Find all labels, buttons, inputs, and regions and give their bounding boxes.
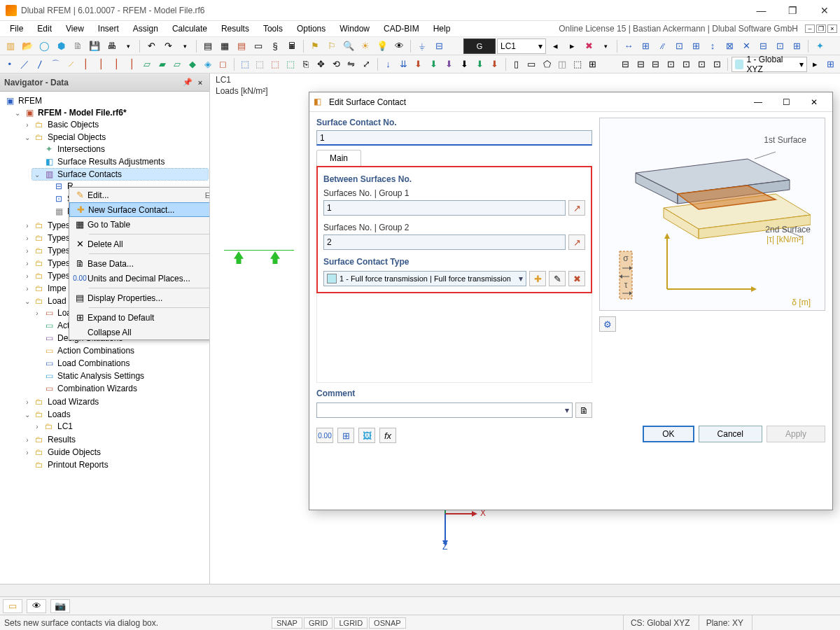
open-icon[interactable]: 📂	[20, 38, 35, 54]
ctx-new-surface-contact[interactable]: ✚New Surface Contact...	[69, 202, 209, 217]
tree-basic-objects[interactable]: Basic Objects	[48, 120, 99, 130]
tab-main[interactable]: Main	[316, 150, 361, 166]
hinge-icon[interactable]: ⊟	[431, 38, 447, 54]
v5-icon[interactable]: ⬚	[570, 57, 584, 72]
units-button[interactable]: 0.00	[316, 428, 333, 443]
expand-icon[interactable]: ›	[24, 222, 31, 230]
dim4-icon[interactable]: ⊡	[671, 38, 687, 54]
pick-surface-icon[interactable]: ↗	[568, 234, 585, 250]
dialog-minimize-button[interactable]: ―	[744, 93, 772, 111]
grid-toggle[interactable]: GRID	[304, 617, 333, 629]
lib-type-icon[interactable]: ✖	[568, 271, 585, 286]
move-icon[interactable]: ✥	[314, 57, 328, 72]
lc-next-icon[interactable]: ▸	[564, 38, 580, 54]
sc-no-input[interactable]	[316, 130, 592, 146]
ld6-icon[interactable]: ⬇	[457, 57, 471, 72]
tab-view-icon[interactable]: ▭	[3, 599, 22, 613]
rot-icon[interactable]: ⟲	[329, 57, 343, 72]
comment-lib-icon[interactable]: 🗎	[575, 402, 592, 418]
dim3-icon[interactable]: ⫽	[654, 38, 670, 54]
menu-help[interactable]: Help	[426, 22, 458, 36]
hscroll-stub[interactable]	[0, 584, 840, 596]
save-icon[interactable]: 💾	[87, 38, 102, 54]
surf2-icon[interactable]: ▰	[155, 57, 169, 72]
node-icon[interactable]: •	[3, 57, 17, 72]
sel4-icon[interactable]: ⬚	[284, 57, 298, 72]
block-icon[interactable]: ⬢	[53, 38, 69, 54]
dialog-close-button[interactable]: ✕	[800, 93, 828, 111]
calc-icon[interactable]: 🖩	[284, 38, 300, 54]
mem2-icon[interactable]: ⎮	[94, 57, 108, 72]
ld8-icon[interactable]: ⬇	[488, 57, 502, 72]
expand-icon[interactable]: ⌄	[34, 171, 41, 178]
lgrid-toggle[interactable]: LGRID	[334, 617, 368, 629]
menu-insert[interactable]: Insert	[91, 22, 126, 36]
script-icon[interactable]: §	[267, 38, 283, 54]
tree-load-combinations[interactable]: Load Combinations	[57, 358, 130, 368]
filter2-icon[interactable]: ⚐	[324, 38, 340, 54]
tree-types1[interactable]: Types	[48, 220, 70, 230]
ld4-icon[interactable]: ⬇	[427, 57, 441, 72]
v4-icon[interactable]: ◫	[555, 57, 569, 72]
expand-icon[interactable]: ›	[24, 234, 31, 242]
surf4-icon[interactable]: ◆	[186, 57, 200, 72]
scale-icon[interactable]: ⤢	[360, 57, 374, 72]
arc-icon[interactable]: ⟋	[64, 57, 78, 72]
sun-icon[interactable]: ☀	[358, 38, 373, 54]
expand-icon[interactable]: ⌄	[24, 411, 31, 419]
w3-icon[interactable]: ⊟	[649, 57, 663, 72]
expand-icon[interactable]: ›	[24, 398, 31, 406]
nav-close-icon[interactable]: ×	[195, 78, 205, 88]
expand-icon[interactable]: ›	[34, 309, 41, 317]
maximize-button[interactable]: ❐	[777, 0, 808, 21]
w4-icon[interactable]: ⊡	[664, 57, 678, 72]
menu-options[interactable]: Options	[290, 22, 332, 36]
loadcase-dropdown[interactable]: LC1▾	[497, 38, 546, 54]
w6-icon[interactable]: ⊡	[694, 57, 708, 72]
dim10-icon[interactable]: ⊡	[772, 38, 788, 54]
coordsys-dropdown[interactable]: 1 - Global XYZ▾	[732, 57, 807, 72]
ld2-icon[interactable]: ⇊	[396, 57, 410, 72]
lc-flag-drop-icon[interactable]: ▾	[598, 38, 613, 54]
snap-toggle[interactable]: SNAP	[272, 617, 302, 629]
dim7-icon[interactable]: ⊠	[722, 38, 737, 54]
ctx-display-props[interactable]: ▤Display Properties...	[69, 290, 209, 305]
tree-root[interactable]: RFEM	[18, 96, 42, 106]
dialog-maximize-button[interactable]: ☐	[772, 93, 800, 111]
close-button[interactable]: ✕	[808, 0, 840, 21]
dim8-icon[interactable]: ✕	[738, 38, 754, 54]
dim9-icon[interactable]: ⊟	[755, 38, 771, 54]
menu-view[interactable]: View	[59, 22, 91, 36]
menu-calculate[interactable]: Calculate	[165, 22, 214, 36]
open-icon2[interactable]: ◻	[216, 57, 230, 72]
mirr-icon[interactable]: ⇋	[344, 57, 358, 72]
mem1-icon[interactable]: ⎮	[79, 57, 93, 72]
dim5-icon[interactable]: ⊞	[688, 38, 704, 54]
cs-grid-icon[interactable]: ⊞	[823, 57, 837, 72]
table-icon[interactable]: ▤	[200, 38, 216, 54]
menu-tools[interactable]: Tools	[256, 22, 290, 36]
sct-dropdown[interactable]: 1 - Full force transmission | Full force…	[323, 271, 526, 286]
camera-view-icon[interactable]: 📷	[50, 599, 70, 613]
redo-icon[interactable]: ↷	[160, 38, 176, 54]
ctx-delete-all[interactable]: ✕Delete AllDel	[69, 237, 209, 251]
lc-prev-icon[interactable]: ◂	[547, 38, 563, 54]
undo-icon[interactable]: ↶	[144, 38, 159, 54]
cs-next-icon[interactable]: ▸	[808, 57, 822, 72]
expand-icon[interactable]: ›	[24, 272, 31, 280]
menu-results[interactable]: Results	[214, 22, 256, 36]
ctx-goto-table[interactable]: ▦Go to Table	[69, 217, 209, 232]
new-type-icon[interactable]: ✚	[529, 271, 546, 286]
expand-icon[interactable]: ›	[34, 423, 41, 430]
tree-guide-objects[interactable]: Guide Objects	[48, 447, 101, 457]
tree-results[interactable]: Results	[48, 435, 76, 444]
mem3-icon[interactable]: ⎮	[109, 57, 123, 72]
new-icon[interactable]: ▥	[3, 38, 18, 54]
tree-types5[interactable]: Types	[48, 271, 70, 281]
menu-file[interactable]: File	[3, 22, 30, 36]
grid-icon[interactable]: ▦	[217, 38, 232, 54]
tree-surface-contacts-row[interactable]: ⌄▥Surface Contacts	[32, 169, 208, 180]
print-drop-icon[interactable]: ▾	[120, 38, 136, 54]
expand-icon[interactable]: ⌄	[24, 298, 31, 305]
mdi-close-icon[interactable]: ×	[827, 24, 837, 33]
